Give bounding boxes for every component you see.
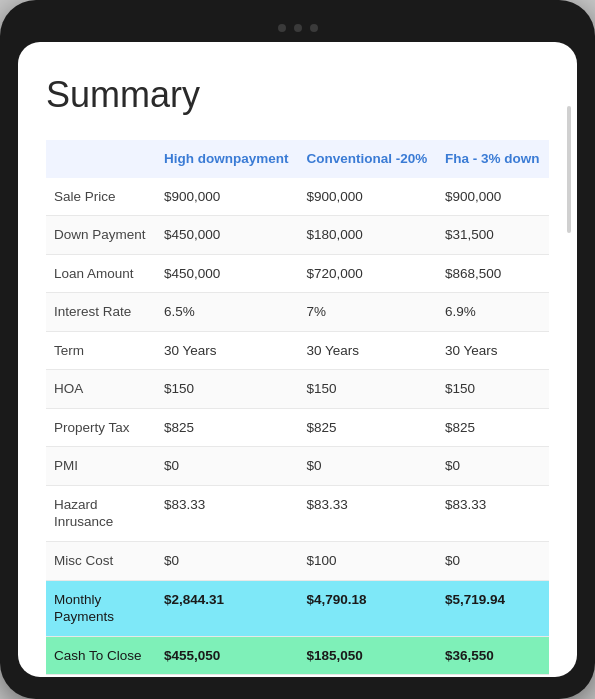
table-cell-col3: $0 [437,542,549,581]
table-row: Misc Cost$0$100$0 [46,542,549,581]
cash-cell-col2: $185,050 [298,636,437,675]
monthly-cell-label: Monthly Payments [46,580,156,636]
table-cell-col3: $868,500 [437,254,549,293]
row-cash-to-close: Cash To Close$455,050$185,050$36,550 [46,636,549,675]
table-row: Loan Amount$450,000$720,000$868,500 [46,254,549,293]
table-cell-col1: $825 [156,408,298,447]
table-row: Interest Rate6.5%7%6.9% [46,293,549,332]
col-header-fha: Fha - 3% down [437,140,549,178]
row-monthly-payments: Monthly Payments$2,844.31$4,790.18$5,719… [46,580,549,636]
table-cell-col2: $0 [298,447,437,486]
table-cell-label: Hazard Inrusance [46,485,156,541]
table-row: HOA$150$150$150 [46,370,549,409]
table-cell-label: HOA [46,370,156,409]
table-cell-label: PMI [46,447,156,486]
monthly-cell-col1: $2,844.31 [156,580,298,636]
table-cell-label: Loan Amount [46,254,156,293]
scrollbar-track[interactable] [567,106,571,233]
table-cell-label: Property Tax [46,408,156,447]
col-header-label [46,140,156,178]
table-cell-col2: $83.33 [298,485,437,541]
device-frame: Summary High downpayment Conventional -2… [0,0,595,699]
monthly-cell-col2: $4,790.18 [298,580,437,636]
page-title: Summary [46,74,549,116]
device-top-bar [18,18,577,38]
screen: Summary High downpayment Conventional -2… [18,42,577,677]
table-cell-label: Down Payment [46,216,156,255]
table-cell-label: Interest Rate [46,293,156,332]
table-cell-col2: $825 [298,408,437,447]
table-cell-col3: $83.33 [437,485,549,541]
table-cell-col1: 6.5% [156,293,298,332]
monthly-cell-col3: $5,719.94 [437,580,549,636]
table-cell-col1: $450,000 [156,254,298,293]
device-dot-3 [310,24,318,32]
table-cell-col1: $150 [156,370,298,409]
table-cell-col3: $825 [437,408,549,447]
table-cell-col3: $900,000 [437,178,549,216]
cash-cell-col1: $455,050 [156,636,298,675]
table-cell-col2: $100 [298,542,437,581]
table-cell-col1: $83.33 [156,485,298,541]
device-dot-2 [294,24,302,32]
table-row: Hazard Inrusance$83.33$83.33$83.33 [46,485,549,541]
table-row: Term30 Years30 Years30 Years [46,331,549,370]
table-cell-col1: 30 Years [156,331,298,370]
table-cell-label: Misc Cost [46,542,156,581]
table-row: Down Payment$450,000$180,000$31,500 [46,216,549,255]
table-cell-label: Term [46,331,156,370]
cash-cell-label: Cash To Close [46,636,156,675]
table-cell-col2: 30 Years [298,331,437,370]
table-cell-col3: 6.9% [437,293,549,332]
table-cell-col3: 30 Years [437,331,549,370]
table-cell-col2: 7% [298,293,437,332]
table-cell-col2: $180,000 [298,216,437,255]
table-cell-col3: $31,500 [437,216,549,255]
table-cell-col1: $0 [156,447,298,486]
table-cell-col1: $900,000 [156,178,298,216]
table-row: PMI$0$0$0 [46,447,549,486]
table-cell-label: Sale Price [46,178,156,216]
table-cell-col2: $900,000 [298,178,437,216]
col-header-high: High downpayment [156,140,298,178]
device-dot-1 [278,24,286,32]
cash-cell-col3: $36,550 [437,636,549,675]
table-cell-col2: $720,000 [298,254,437,293]
table-row: Sale Price$900,000$900,000$900,000 [46,178,549,216]
table-cell-col1: $0 [156,542,298,581]
table-cell-col3: $0 [437,447,549,486]
table-cell-col1: $450,000 [156,216,298,255]
table-header-row: High downpayment Conventional -20% Fha -… [46,140,549,178]
table-row: Property Tax$825$825$825 [46,408,549,447]
col-header-conventional: Conventional -20% [298,140,437,178]
table-body: Sale Price$900,000$900,000$900,000Down P… [46,178,549,675]
summary-table: High downpayment Conventional -20% Fha -… [46,140,549,675]
table-cell-col2: $150 [298,370,437,409]
table-cell-col3: $150 [437,370,549,409]
